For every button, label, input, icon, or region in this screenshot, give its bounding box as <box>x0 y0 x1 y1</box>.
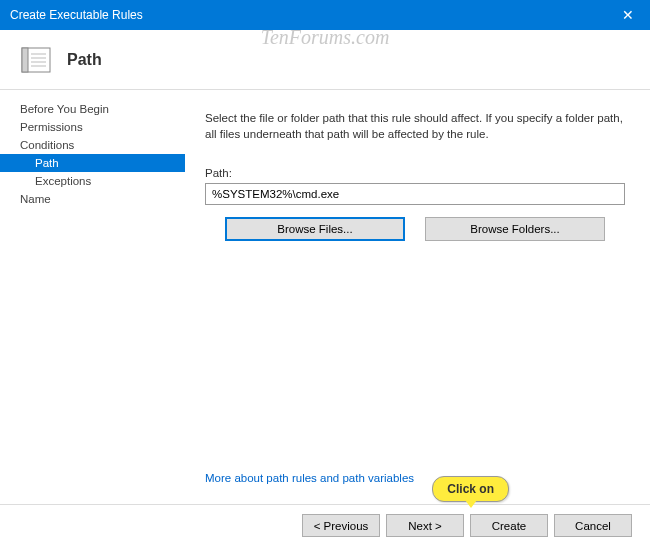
previous-button[interactable]: < Previous <box>302 514 380 537</box>
sidebar-item-before-you-begin[interactable]: Before You Begin <box>0 100 185 118</box>
browse-folders-button[interactable]: Browse Folders... <box>425 217 605 241</box>
sidebar-item-path[interactable]: Path <box>0 154 185 172</box>
window-title: Create Executable Rules <box>10 8 143 22</box>
create-button[interactable]: Create <box>470 514 548 537</box>
path-input[interactable] <box>205 183 625 205</box>
svg-rect-1 <box>22 48 28 72</box>
page-title: Path <box>67 51 102 69</box>
help-link[interactable]: More about path rules and path variables <box>205 472 625 484</box>
sidebar-item-name[interactable]: Name <box>0 190 185 208</box>
path-label: Path: <box>205 167 625 179</box>
titlebar: Create Executable Rules ✕ <box>0 0 650 30</box>
wizard-sidebar: Before You Begin Permissions Conditions … <box>0 90 185 504</box>
wizard-footer: < Previous Next > Create Cancel <box>0 504 650 546</box>
content-area: Before You Begin Permissions Conditions … <box>0 90 650 504</box>
close-icon: ✕ <box>622 7 634 23</box>
browse-files-button[interactable]: Browse Files... <box>225 217 405 241</box>
sidebar-item-conditions[interactable]: Conditions <box>0 136 185 154</box>
annotation-callout: Click on <box>432 476 509 502</box>
sidebar-item-permissions[interactable]: Permissions <box>0 118 185 136</box>
main-panel: Select the file or folder path that this… <box>185 90 650 504</box>
cancel-button[interactable]: Cancel <box>554 514 632 537</box>
document-icon <box>20 44 52 76</box>
close-button[interactable]: ✕ <box>605 0 650 30</box>
next-button[interactable]: Next > <box>386 514 464 537</box>
wizard-header: Path <box>0 30 650 90</box>
description-text: Select the file or folder path that this… <box>205 110 625 142</box>
sidebar-item-exceptions[interactable]: Exceptions <box>0 172 185 190</box>
browse-row: Browse Files... Browse Folders... <box>205 217 625 241</box>
